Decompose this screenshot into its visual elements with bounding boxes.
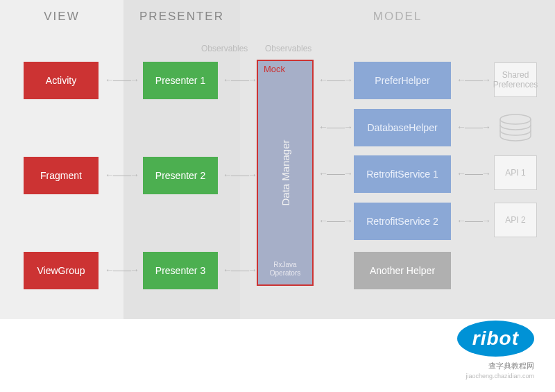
box-retrofit-service-1: RetrofitService 1 [354, 155, 451, 193]
arrow-dm-r2: ←——→ [318, 216, 352, 225]
box-retrofit-service-2: RetrofitService 2 [354, 203, 451, 240]
arrow-view-presenter-2: ←——→ [105, 170, 138, 180]
arrow-view-presenter-1: ←——→ [105, 75, 138, 85]
ribot-logo: ribot [457, 321, 534, 357]
arrow-presenter-dm-2: ←——→ [223, 170, 256, 180]
box-api-1: API 1 [494, 155, 537, 190]
box-database-helper: DatabaseHelper [354, 109, 451, 146]
header-model: MODEL [240, 10, 555, 24]
data-manager-mock-label: Mock [264, 64, 285, 74]
box-presenter-1: Presenter 1 [143, 62, 218, 99]
box-api-2: API 2 [494, 203, 537, 237]
box-presenter-3: Presenter 3 [143, 252, 218, 289]
arrow-r2-ext: ←——→ [456, 216, 490, 225]
box-shared-preferences: Shared Preferences [494, 62, 537, 97]
arrow-prefer-ext: ←——→ [456, 75, 490, 85]
arrow-presenter-dm-1: ←——→ [223, 75, 256, 85]
database-icon [497, 114, 534, 144]
observables-label-presenter: Observables [201, 44, 248, 53]
arrow-dm-prefer: ←——→ [318, 75, 352, 85]
arrow-r1-ext: ←——→ [456, 169, 490, 178]
box-presenter-2: Presenter 2 [143, 157, 218, 194]
arrow-dm-db: ←——→ [318, 122, 352, 132]
logo-block: ribot 查字典教程网 jiaocheng.chazidian.com [457, 321, 534, 380]
data-manager-title: Data Manager [280, 139, 291, 205]
box-fragment: Fragment [24, 157, 99, 194]
arrow-dm-r1: ←——→ [318, 169, 352, 178]
box-another-helper: Another Helper [354, 252, 451, 289]
box-viewgroup: ViewGroup [24, 252, 99, 289]
svg-point-0 [500, 114, 531, 124]
arrow-presenter-dm-3: ←——→ [223, 265, 256, 275]
box-prefer-helper: PreferHelper [354, 62, 451, 99]
header-presenter: PRESENTER [123, 10, 240, 24]
box-activity: Activity [24, 62, 99, 99]
box-data-manager: Mock Data Manager RxJava Operators [257, 60, 314, 286]
header-view: VIEW [0, 10, 123, 24]
logo-subtitle: 查字典教程网 jiaocheng.chazidian.com [457, 361, 534, 380]
arrow-db-ext: ←——→ [456, 122, 490, 132]
data-manager-subtitle: RxJava Operators [258, 261, 312, 278]
observables-label-datamanager: Observables [265, 44, 311, 53]
arrow-view-presenter-3: ←——→ [105, 265, 138, 275]
